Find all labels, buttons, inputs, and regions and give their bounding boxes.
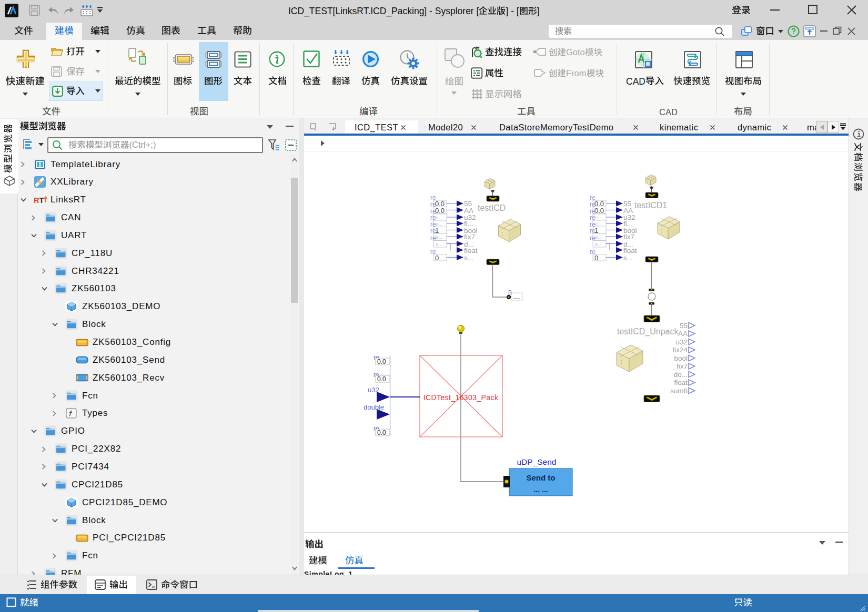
svg-text:R: R	[34, 196, 39, 205]
svg-text:T: T	[39, 196, 44, 205]
svg-text:e...: e...	[595, 241, 602, 247]
svg-text:e...: e...	[436, 241, 442, 247]
svg-text:0.0: 0.0	[594, 207, 604, 215]
svg-text:e...: e...	[595, 221, 602, 227]
svg-text:AA: AA	[678, 330, 688, 338]
svg-text:testICD_Unpack: testICD_Unpack	[617, 327, 679, 336]
svg-text:do...: do...	[674, 371, 688, 379]
svg-text:sum8: sum8	[670, 387, 688, 395]
svg-text:0.0: 0.0	[377, 375, 386, 383]
svg-text:e...: e...	[436, 215, 442, 220]
svg-text:uDP_Send: uDP_Send	[517, 457, 557, 466]
svg-text:fix7: fix7	[677, 362, 688, 370]
svg-text:s...: s...	[623, 254, 633, 262]
svg-text:0.0: 0.0	[377, 429, 386, 436]
svg-text:0.0: 0.0	[377, 358, 386, 365]
svg-text:fix24: fix24	[672, 346, 688, 354]
svg-text:float: float	[623, 247, 637, 254]
svg-text:55: 55	[680, 322, 688, 330]
svg-text:float: float	[674, 379, 688, 386]
svg-text:0: 0	[594, 254, 598, 262]
svg-text:u32: u32	[675, 338, 688, 346]
svg-text:B: B	[508, 289, 512, 295]
svg-text:float: float	[464, 247, 478, 254]
svg-text:testICD: testICD	[478, 203, 506, 212]
svg-text:0.0: 0.0	[435, 207, 445, 215]
svg-text:double: double	[364, 403, 384, 411]
svg-text:s...: s...	[464, 254, 473, 262]
svg-text:e...: e...	[595, 215, 602, 220]
svg-text:e...: e...	[436, 234, 442, 240]
svg-text:testICD1: testICD1	[634, 201, 667, 210]
svg-text:bool: bool	[674, 354, 688, 362]
svg-text:ICDTest_16303_Pack: ICDTest_16303_Pack	[423, 393, 499, 402]
svg-text:e...: e...	[595, 234, 602, 240]
svg-text:e...: e...	[436, 221, 442, 227]
svg-text:Send to: Send to	[527, 473, 556, 482]
svg-text:... ...: ... ...	[533, 485, 548, 494]
svg-text:0: 0	[435, 254, 439, 262]
